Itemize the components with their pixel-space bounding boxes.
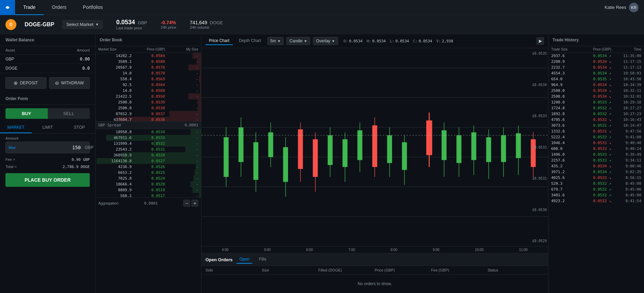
- aggregation-increase-button[interactable]: +: [191, 200, 198, 207]
- chart-forward-button[interactable]: ▶: [536, 37, 544, 45]
- select-market-button[interactable]: Select Market ▼: [62, 20, 102, 29]
- main-layout: Wallet Balance Asset Amount GBP0.00DOGE0…: [0, 34, 644, 293]
- price-currency: GBP: [138, 20, 147, 25]
- ask-row[interactable]: 2500.0 0.0539 -: [96, 99, 201, 105]
- bid-row[interactable]: 368910.9 0.0528 -: [96, 152, 201, 158]
- ask-row[interactable]: 20567.9 0.0578 -: [96, 65, 201, 70]
- ask-row[interactable]: 14.0 0.0570 -: [96, 70, 201, 76]
- top-nav: Trade Orders Portfolios Katie Rees KR: [0, 0, 644, 15]
- open-orders-title: Open Orders: [205, 257, 232, 262]
- buy-sell-tabs: BUY SELL: [5, 108, 90, 119]
- bid-row[interactable]: 560.1 0.0517 -: [96, 193, 201, 197]
- tab-stop[interactable]: STOP: [63, 122, 95, 133]
- chevron-down-icon: ▼: [96, 23, 99, 26]
- tab-fills[interactable]: Fills: [256, 255, 269, 264]
- th-col-headers: Trade Size Price (GBP) Time: [548, 46, 644, 53]
- svg-rect-38: [456, 135, 461, 163]
- bid-row[interactable]: 4236.9 0.0526 -: [96, 164, 201, 170]
- svg-rect-22: [328, 135, 333, 165]
- ask-row[interactable]: 14.0 0.0560 -: [96, 88, 201, 94]
- tab-price-chart[interactable]: Price Chart: [205, 37, 233, 45]
- candlestick-chart: [201, 48, 548, 246]
- open-orders-bar: Open Orders Open Fills: [201, 253, 548, 266]
- buy-tab[interactable]: BUY: [5, 108, 48, 119]
- ask-row[interactable]: 21422.5 0.0550 -: [96, 94, 201, 99]
- overlay-dropdown[interactable]: Overlay ▼: [313, 37, 338, 45]
- tab-open-orders[interactable]: Open: [237, 255, 252, 264]
- withdraw-button[interactable]: ⊖ WITHDRAW: [49, 77, 90, 89]
- svg-rect-44: [501, 135, 506, 162]
- bid-row[interactable]: 18958.8 0.0534 -: [96, 129, 201, 135]
- trade-history-row: 1046.4 0.0533 ↘ 9:40:40: [548, 140, 644, 146]
- ask-row[interactable]: 87652.9 0.0537 -: [96, 111, 201, 117]
- trade-history-row: 2500.0 0.0534 ↘ 10:32:11: [548, 88, 644, 94]
- volume-label: 24h volume: [190, 25, 223, 29]
- ask-row[interactable]: 558.4 0.0569 -: [96, 76, 201, 82]
- deposit-button[interactable]: ⊕ DEPOSIT: [5, 77, 46, 89]
- place-order-button[interactable]: PLACE BUY ORDER: [5, 173, 90, 187]
- bid-row[interactable]: 18666.4 0.0520 -: [96, 181, 201, 187]
- wallet-actions: ⊕ DEPOSIT ⊖ WITHDRAW: [0, 73, 95, 93]
- nav-item-portfolios[interactable]: Portfolios: [75, 0, 111, 15]
- bid-row[interactable]: 131999.4 0.0532 -: [96, 141, 201, 146]
- chart-type-dropdown[interactable]: Candle ▼: [286, 37, 310, 45]
- tab-limit[interactable]: LIMIT: [32, 122, 63, 133]
- amount-input[interactable]: [18, 142, 82, 153]
- ask-row[interactable]: 14282.2 0.0584 -: [96, 53, 201, 59]
- trade-history-row: 4705.6 0.0532 ↘ 10:16:43: [548, 117, 644, 123]
- asset-row: DOGE0.0: [0, 64, 95, 73]
- max-button[interactable]: Max: [6, 143, 18, 152]
- trade-history-row: 4923.2 0.0532 ↘ 8:41:54: [548, 198, 644, 204]
- order-book-header: Order Book: [96, 34, 201, 46]
- svg-rect-8: [224, 137, 229, 177]
- price-change: -0.74%: [161, 20, 176, 25]
- svg-rect-36: [442, 130, 447, 160]
- svg-rect-34: [426, 121, 432, 155]
- total-row: Total ≈ 2,786.9 DOGE: [0, 163, 95, 170]
- ask-row[interactable]: 2500.0 0.0538 -: [96, 105, 201, 111]
- tab-market[interactable]: MARKET: [0, 122, 32, 133]
- nav-user[interactable]: Katie Rees KR: [599, 3, 644, 12]
- ob-col-headers: Market Size Price (GBP) My Size: [96, 46, 201, 53]
- aggregation-decrease-button[interactable]: −: [183, 200, 190, 207]
- svg-rect-28: [372, 125, 377, 167]
- trade-history-row: 3481.6 0.0532 ↗ 8:45:00: [548, 192, 644, 198]
- ask-row[interactable]: 437604.7 0.0536 -: [96, 117, 201, 121]
- bid-row[interactable]: 6653.2 0.0525 -: [96, 170, 201, 176]
- withdraw-icon: ⊖: [55, 80, 59, 86]
- bid-row[interactable]: 23543.2 0.0531 -: [96, 146, 201, 152]
- ask-rows: 14282.2 0.0584 - 3589.1 0.0580 - 20567.9…: [96, 53, 201, 121]
- nav-item-orders[interactable]: Orders: [44, 0, 75, 15]
- market-header: D DOGE-GBP Select Market ▼ 0.0534 GBP La…: [0, 15, 644, 34]
- svg-rect-26: [357, 130, 362, 160]
- chevron-down-icon: ▼: [277, 39, 281, 43]
- ob-spread-row: GBP Spread 0.0001: [96, 121, 201, 129]
- bid-row[interactable]: 467911.6 0.0533 -: [96, 135, 201, 141]
- ask-row[interactable]: 92.5 0.0564 -: [96, 82, 201, 88]
- chart-section: Price Chart Depth Chart 5m ▼ Candle ▼ Ov…: [201, 34, 548, 293]
- chart-time-axis: 4:00 5:00 6:00 7:00 8:00 9:00 10:00 11:0…: [201, 246, 548, 253]
- svg-rect-16: [283, 147, 288, 182]
- amount-label: Amount: [0, 134, 95, 142]
- market-price: 0.0534: [116, 19, 135, 26]
- total-value: 2,786.9 DOGE: [63, 165, 90, 169]
- trade-history-row: 679.7 0.0532 ↗ 8:45:06: [548, 186, 644, 192]
- fee-row: Fee ≈ 0.90 GBP: [0, 156, 95, 163]
- asset-table-header: Asset Amount: [0, 46, 95, 55]
- sell-tab[interactable]: SELL: [48, 108, 90, 119]
- svg-rect-10: [239, 127, 244, 162]
- nav-item-trade[interactable]: Trade: [15, 0, 44, 15]
- bid-row[interactable]: 8809.9 0.0519 -: [96, 187, 201, 193]
- trade-history-row: 2500.0 0.0534 ↘ 10:32:01: [548, 94, 644, 99]
- svg-rect-32: [402, 142, 407, 170]
- tab-depth-chart[interactable]: Depth Chart: [235, 37, 264, 45]
- svg-rect-20: [313, 139, 318, 177]
- timeframe-dropdown[interactable]: 5m ▼: [267, 37, 284, 45]
- bid-row[interactable]: 7825.8 0.0524 -: [96, 176, 201, 181]
- change-label: 24h price: [161, 25, 176, 29]
- oo-col-headers: Side Size Filled (DOGE) Price (GBP) Fee …: [201, 266, 548, 275]
- bid-row[interactable]: 1164130.8 0.0527 -: [96, 158, 201, 164]
- asset-table: GBP0.00DOGE0.0: [0, 55, 95, 73]
- trade-history-row: 2232.7 0.0534 ↘ 11:17:13: [548, 65, 644, 70]
- ask-row[interactable]: 3589.1 0.0580 -: [96, 59, 201, 65]
